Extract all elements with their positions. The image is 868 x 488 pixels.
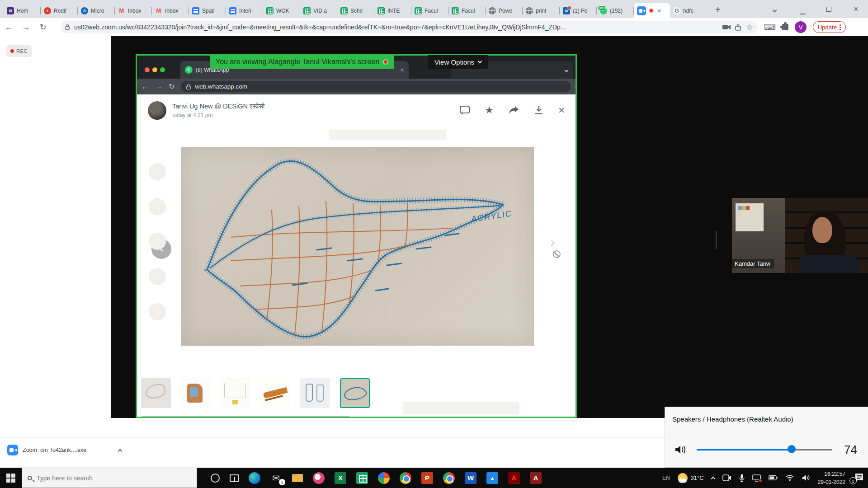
cortana-icon[interactable]: [211, 474, 220, 483]
meet-now-icon[interactable]: [722, 474, 731, 481]
browser-tab[interactable]: Facul: [411, 3, 448, 18]
maximize-button[interactable]: [826, 5, 831, 13]
browser-tab[interactable]: SMicro: [78, 3, 115, 18]
file-explorer-icon[interactable]: [292, 474, 303, 482]
browser-tab-active[interactable]: ×: [634, 3, 670, 18]
tab-search-chevron-icon[interactable]: [773, 5, 776, 13]
tray-expand-chevron-icon[interactable]: [712, 474, 715, 482]
search-input[interactable]: [37, 474, 172, 482]
mail-icon[interactable]: ✉1: [270, 472, 282, 484]
thumbnail-amoeba-selected[interactable]: [340, 378, 370, 408]
excel-icon[interactable]: X: [335, 472, 346, 484]
chrome-icon-2[interactable]: [443, 472, 455, 484]
weather-widget[interactable]: 31°C: [678, 473, 704, 483]
di-favicon: DI: [7, 7, 14, 14]
clock[interactable]: 16:22:57 29-01-2022: [818, 470, 845, 486]
action-center-icon[interactable]: 1: [855, 473, 863, 483]
horizontal-scrollbar[interactable]: [142, 416, 349, 418]
browser-tab[interactable]: MInbox: [115, 3, 152, 18]
reload-button[interactable]: ↻: [34, 22, 52, 32]
browser-tab[interactable]: WOK: [263, 3, 300, 18]
viewer-header: Tanvi Ug New @ DESiGN एस्प्रेसो today at…: [137, 94, 576, 126]
shared-address-bar[interactable]: web.whatsapp.com: [181, 81, 571, 92]
taskbar-apps: ✉1XPW▲AA: [211, 468, 542, 488]
thumbnail-grey-sketch[interactable]: [141, 378, 171, 408]
browser-tab[interactable]: print: [523, 3, 560, 18]
star-icon[interactable]: ★: [485, 105, 494, 115]
address-bar[interactable]: us02web.zoom.us/wc/83422343320/join?trac…: [61, 21, 758, 33]
url-text[interactable]: us02web.zoom.us/wc/83422343320/join?trac…: [74, 23, 718, 31]
browser-tab[interactable]: MInbox: [152, 3, 189, 18]
thumbnail-blue-strokes[interactable]: [300, 378, 330, 408]
acrobat-icon[interactable]: A: [508, 472, 520, 484]
participant-video-tile[interactable]: Kamdar Tanvi: [732, 198, 868, 273]
microphone-icon[interactable]: [739, 474, 745, 482]
speaker-icon[interactable]: [675, 445, 687, 455]
chat-icon[interactable]: [460, 106, 470, 115]
shared-forward-icon[interactable]: →: [155, 83, 162, 91]
forward-icon[interactable]: [509, 106, 519, 115]
sheets-icon[interactable]: [356, 472, 368, 484]
shared-reload-icon[interactable]: ↻: [169, 82, 175, 91]
tab-close-icon[interactable]: ×: [657, 7, 661, 14]
download-item-chevron-icon[interactable]: [118, 446, 122, 455]
volume-tray-icon[interactable]: [802, 474, 810, 481]
browser-tab[interactable]: Ghdfc: [670, 3, 707, 18]
shared-back-icon[interactable]: ←: [142, 83, 149, 91]
shared-url-text: web.whatsapp.com: [195, 83, 247, 90]
minimize-button[interactable]: [800, 8, 806, 16]
browser-tab[interactable]: DIHom: [4, 3, 41, 18]
design-app-icon[interactable]: [313, 472, 325, 484]
download-item[interactable]: Zoom_cm_fo42ank....exe: [7, 443, 86, 457]
screen-share-icon[interactable]: [752, 474, 761, 482]
photos-icon[interactable]: ▲: [486, 472, 498, 484]
wifi-icon[interactable]: [785, 474, 794, 481]
share-icon[interactable]: [735, 24, 742, 31]
zoom-favicon: [637, 6, 646, 15]
color-sphere-icon[interactable]: [378, 472, 390, 484]
browser-tab[interactable]: rRedif: [41, 3, 78, 18]
tab-close-icon[interactable]: ×: [400, 66, 404, 74]
browser-tab[interactable]: 99+(192): [597, 3, 634, 18]
word-icon[interactable]: W: [465, 472, 476, 484]
avatar[interactable]: [148, 101, 166, 120]
browser-tab[interactable]: Powe: [486, 3, 523, 18]
browser-tab[interactable]: Facul: [448, 3, 486, 18]
taskbar-search[interactable]: [22, 468, 197, 488]
browser-tab[interactable]: Interi: [226, 3, 263, 18]
volume-slider-thumb[interactable]: [788, 445, 796, 453]
back-button[interactable]: ←: [0, 23, 17, 32]
thumbnail-armchair-sketch[interactable]: [181, 378, 211, 408]
bookmark-star-icon[interactable]: ☆: [746, 23, 753, 32]
shared-chrome-chevron-icon[interactable]: [565, 66, 568, 74]
start-button[interactable]: [6, 474, 15, 483]
edge-icon[interactable]: [249, 472, 260, 484]
close-icon[interactable]: ×: [558, 105, 565, 116]
update-button[interactable]: Update: [813, 21, 846, 33]
view-options-button[interactable]: View Options: [428, 55, 488, 69]
thumbnail-chaise-sketch[interactable]: [260, 378, 290, 408]
close-window-button[interactable]: ×: [854, 5, 859, 14]
keyboard-icon[interactable]: ⌨: [764, 22, 776, 32]
screen-view-banner: You are viewing Alagangle Tanul Vikamshi…: [210, 55, 394, 69]
browser-tab[interactable]: Sche: [337, 3, 374, 18]
next-image-button[interactable]: [549, 239, 554, 247]
browser-tab[interactable]: in(1) Fe: [560, 3, 597, 18]
profile-avatar[interactable]: V: [795, 21, 807, 33]
language-indicator[interactable]: EN: [662, 475, 670, 481]
task-view-icon[interactable]: [230, 474, 239, 482]
forward-button[interactable]: →: [17, 23, 34, 32]
camera-icon[interactable]: [722, 24, 731, 30]
browser-tab[interactable]: VID a: [300, 3, 337, 18]
browser-tab[interactable]: Spati: [189, 3, 226, 18]
autocad-icon[interactable]: A: [530, 472, 542, 484]
recording-status-dot: [759, 479, 762, 483]
extensions-icon[interactable]: [782, 24, 788, 30]
powerpoint-icon[interactable]: P: [421, 472, 433, 484]
volume-slider[interactable]: [697, 449, 832, 450]
thumbnail-line-sketches[interactable]: [221, 378, 250, 408]
new-tab-button[interactable]: +: [715, 5, 721, 15]
browser-tab[interactable]: INTE: [374, 3, 411, 18]
download-icon[interactable]: [534, 106, 543, 115]
chrome-icon[interactable]: [400, 472, 411, 484]
